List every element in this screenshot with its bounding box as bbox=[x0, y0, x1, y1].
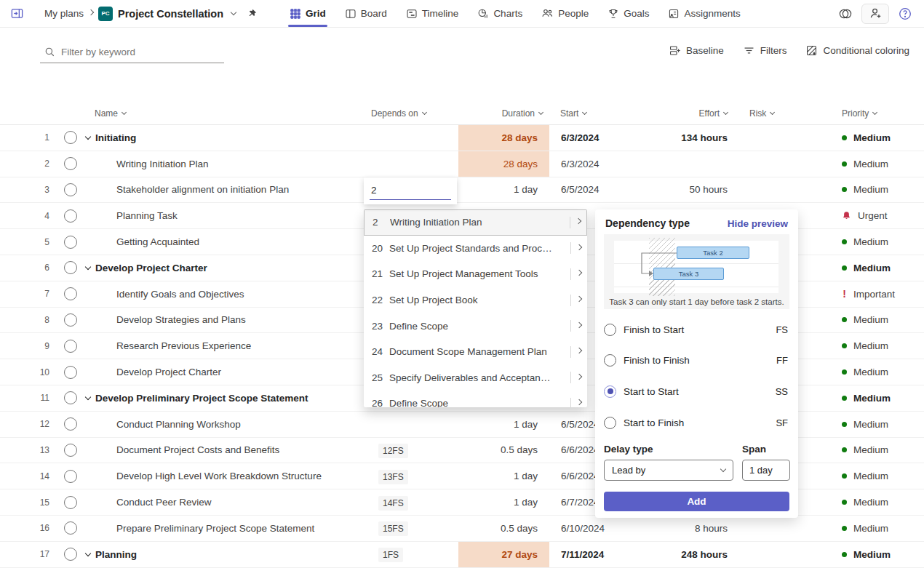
task-complete-circle[interactable] bbox=[64, 157, 77, 170]
dependency-option-sf[interactable]: Start to FinishSF bbox=[604, 412, 788, 433]
task-name-cell[interactable]: Develop Project Charter bbox=[86, 255, 207, 281]
column-header-start[interactable]: Start bbox=[560, 108, 586, 119]
item-expand-chevron-icon[interactable] bbox=[576, 348, 582, 353]
duration-cell[interactable]: 0.5 days bbox=[458, 438, 549, 463]
task-complete-circle[interactable] bbox=[64, 366, 77, 379]
priority-cell[interactable]: Medium bbox=[842, 151, 888, 177]
task-name-cell[interactable]: Getting Acquainted bbox=[116, 229, 199, 255]
priority-cell[interactable]: Medium bbox=[842, 412, 888, 437]
tab-people[interactable]: People bbox=[535, 0, 594, 27]
sidebar-toggle-icon[interactable] bbox=[10, 7, 24, 20]
collapse-chevron-icon[interactable] bbox=[85, 264, 91, 270]
dropdown-item[interactable]: 26Define Scope bbox=[364, 391, 587, 407]
dependency-chip[interactable]: 13FS bbox=[378, 470, 408, 484]
pin-icon[interactable] bbox=[247, 8, 258, 19]
dependency-option-ss[interactable]: Start to StartSS bbox=[604, 380, 788, 402]
task-name-cell[interactable]: Stakeholder alignment on initiation Plan bbox=[116, 177, 289, 203]
collapse-chevron-icon[interactable] bbox=[85, 394, 91, 400]
dependency-chip[interactable]: 1FS bbox=[378, 548, 403, 562]
priority-cell[interactable]: Medium bbox=[842, 359, 888, 385]
tab-goals[interactable]: Goals bbox=[602, 0, 655, 27]
effort-cell[interactable]: 134 hours bbox=[640, 125, 728, 151]
task-complete-circle[interactable] bbox=[64, 313, 77, 327]
dropdown-item[interactable]: 21Set Up Project Management Tools bbox=[364, 261, 587, 287]
depends-on-cell[interactable]: 15FS bbox=[378, 521, 408, 535]
task-complete-circle[interactable] bbox=[64, 496, 77, 509]
dropdown-item[interactable]: 22Set Up Project Book bbox=[364, 287, 587, 313]
item-expand-chevron-icon[interactable] bbox=[576, 270, 582, 276]
priority-cell[interactable]: Medium bbox=[842, 438, 888, 463]
item-expand-chevron-icon[interactable] bbox=[575, 218, 581, 224]
task-complete-circle[interactable] bbox=[64, 131, 77, 144]
priority-cell[interactable]: Medium bbox=[842, 125, 891, 151]
task-name-cell[interactable]: Conduct Peer Review bbox=[116, 489, 212, 515]
priority-cell[interactable]: Medium bbox=[842, 229, 888, 255]
priority-cell[interactable]: Medium bbox=[842, 255, 891, 281]
breadcrumb-my-plans[interactable]: My plans bbox=[44, 8, 84, 19]
priority-cell[interactable]: Medium bbox=[842, 516, 888, 541]
task-complete-circle[interactable] bbox=[64, 521, 77, 535]
radio-button[interactable] bbox=[604, 354, 616, 367]
filters-button[interactable]: Filters bbox=[743, 44, 787, 57]
priority-cell[interactable]: Medium bbox=[842, 463, 888, 489]
start-cell[interactable]: 6/3/2024 bbox=[561, 151, 600, 177]
depends-on-cell[interactable]: 12FS bbox=[378, 444, 408, 457]
tab-assignments[interactable]: Assignments bbox=[662, 0, 746, 27]
duration-cell[interactable]: 1 day bbox=[458, 489, 549, 515]
task-complete-circle[interactable] bbox=[64, 236, 77, 249]
task-complete-circle[interactable] bbox=[64, 548, 77, 561]
tab-grid[interactable]: Grid bbox=[284, 0, 332, 27]
duration-cell[interactable]: 27 days bbox=[458, 542, 549, 567]
task-name-cell[interactable]: Develop Strategies and Plans bbox=[116, 308, 246, 333]
priority-cell[interactable]: Medium bbox=[842, 542, 891, 567]
start-cell[interactable]: 6/10/2024 bbox=[561, 516, 605, 541]
item-expand-chevron-icon[interactable] bbox=[576, 374, 582, 380]
task-complete-circle[interactable] bbox=[64, 183, 77, 196]
task-complete-circle[interactable] bbox=[64, 209, 77, 223]
dependency-option-fs[interactable]: Finish to StartFS bbox=[604, 319, 788, 340]
task-complete-circle[interactable] bbox=[64, 340, 77, 353]
task-complete-circle[interactable] bbox=[64, 470, 77, 483]
priority-cell[interactable]: Medium bbox=[842, 308, 888, 333]
column-header-duration[interactable]: Duration bbox=[458, 108, 543, 119]
dependency-chip[interactable]: 12FS bbox=[378, 444, 408, 458]
column-header-priority[interactable]: Priority bbox=[842, 108, 877, 119]
depends-on-editor-value[interactable]: 2 bbox=[370, 180, 451, 200]
effort-cell[interactable] bbox=[640, 151, 728, 177]
priority-cell[interactable]: Medium bbox=[842, 333, 888, 359]
search-input[interactable] bbox=[61, 47, 207, 57]
task-name-cell[interactable]: Prepare Preliminary Project Scope Statem… bbox=[116, 516, 314, 541]
item-expand-chevron-icon[interactable] bbox=[576, 399, 582, 405]
start-cell[interactable]: 6/5/2024 bbox=[561, 412, 600, 437]
task-name-cell[interactable]: Initiating bbox=[86, 125, 136, 151]
dropdown-item[interactable]: 20Set Up Project Standards and Procedure… bbox=[364, 236, 587, 262]
item-expand-chevron-icon[interactable] bbox=[576, 296, 582, 302]
start-cell[interactable]: 6/6/2024 bbox=[561, 463, 600, 489]
column-header-effort[interactable]: Effort bbox=[658, 108, 728, 119]
dependency-chip[interactable]: 14FS bbox=[378, 496, 408, 511]
task-complete-circle[interactable] bbox=[64, 261, 77, 274]
dropdown-item[interactable]: 25Specify Deliverables and Acceptance Cr… bbox=[364, 365, 587, 391]
task-name-cell[interactable]: Conduct Planning Workshop bbox=[116, 412, 241, 437]
copilot-icon[interactable] bbox=[838, 7, 853, 21]
item-expand-chevron-icon[interactable] bbox=[576, 244, 582, 250]
start-cell[interactable]: 6/7/2024 bbox=[561, 489, 600, 515]
span-input[interactable] bbox=[742, 460, 790, 481]
radio-button[interactable] bbox=[604, 385, 616, 398]
task-name-cell[interactable]: Identify Goals and Objectives bbox=[116, 281, 244, 307]
start-cell[interactable]: 6/3/2024 bbox=[561, 125, 600, 151]
task-complete-circle[interactable] bbox=[64, 417, 77, 431]
duration-cell[interactable]: 0.5 days bbox=[458, 516, 549, 541]
task-name-cell[interactable]: Planning bbox=[86, 542, 137, 567]
task-name-cell[interactable]: Writing Initiation Plan bbox=[116, 151, 209, 177]
conditional-coloring-button[interactable]: Conditional coloring bbox=[805, 44, 909, 57]
hide-preview-link[interactable]: Hide preview bbox=[728, 218, 788, 229]
start-cell[interactable]: 7/11/2024 bbox=[561, 542, 604, 567]
effort-cell[interactable]: 248 hours bbox=[640, 542, 728, 567]
project-menu-chevron-icon[interactable] bbox=[231, 9, 236, 15]
column-header-name[interactable]: Name bbox=[95, 108, 126, 119]
dependency-chip[interactable]: 15FS bbox=[378, 521, 408, 536]
dropdown-item[interactable]: 24Document Scope Management Plan bbox=[364, 339, 587, 365]
baseline-button[interactable]: Baseline bbox=[669, 44, 724, 57]
tab-timeline[interactable]: Timeline bbox=[400, 0, 465, 27]
